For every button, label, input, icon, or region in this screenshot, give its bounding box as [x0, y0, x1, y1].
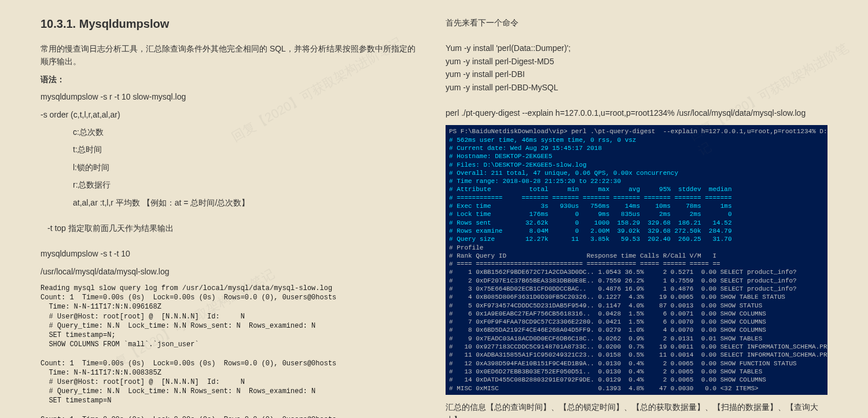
command-line-2: mysqldumpslow -s t -t 10 — [41, 247, 422, 260]
command-line: mysqldumpslow -s r -t 10 slow-mysql.log — [41, 90, 422, 103]
terminal-profile-block: # Profile # Rank Query ID Response time … — [449, 244, 827, 392]
option-avg: at,al,ar :t,l,r 平均数 【例如：at = 总时间/总次数】 — [41, 196, 422, 209]
terminal-prompt: PS F:\BaiduNetdiskDownload\vip> perl .\p… — [449, 128, 827, 135]
summary-line: 汇总的信息【总的查询时间】、【总的锁定时间】、【总的获取数据量】、【扫描的数据量… — [446, 401, 827, 418]
terminal-header-block: # 562ms user time, 46ms system time, 0 r… — [449, 137, 731, 243]
slow-log-output: Reading mysql slow query log from /usr/l… — [41, 284, 422, 418]
command-intro: 首先来看下一个命令 — [446, 16, 827, 29]
yum-commands: Yum -y install 'perl(Data::Dumper)'; yum… — [446, 42, 827, 94]
syntax-label: 语法： — [41, 73, 422, 86]
option-c: c:总次数 — [41, 126, 422, 138]
section-heading: 10.3.1. Mysqldumpslow — [41, 17, 422, 31]
option-t: t:总时间 — [41, 143, 422, 156]
perl-command: perl ./pt-query-digest --explain h=127.0… — [446, 107, 827, 119]
right-column: 首先来看下一个命令 Yum -y install 'perl(Data::Dum… — [446, 12, 827, 418]
order-option: -s order (c,t,l,r,at,al,ar) — [41, 108, 422, 121]
left-column: 10.3.1. Mysqldumpslow 常用的慢查询日志分析工具，汇总除查询… — [41, 12, 422, 418]
terminal-output: PS F:\BaiduNetdiskDownload\vip> perl .\p… — [446, 125, 827, 395]
document-page: 回复【2020】可获取架构进阶笔记 回复【2020】可获取架构进阶笔记 回复【2… — [0, 0, 868, 418]
option-r: r:总数据行 — [41, 178, 422, 191]
intro-paragraph: 常用的慢查询日志分析工具，汇总除查询条件外其他完全相同的 SQL，并将分析结果按… — [41, 42, 422, 68]
slow-log-path: /usr/local/mysql/data/mysql-slow.log — [41, 265, 422, 278]
top-option: -t top 指定取前面几天作为结果输出 — [41, 222, 422, 234]
option-l: l:锁的时间 — [41, 161, 422, 174]
